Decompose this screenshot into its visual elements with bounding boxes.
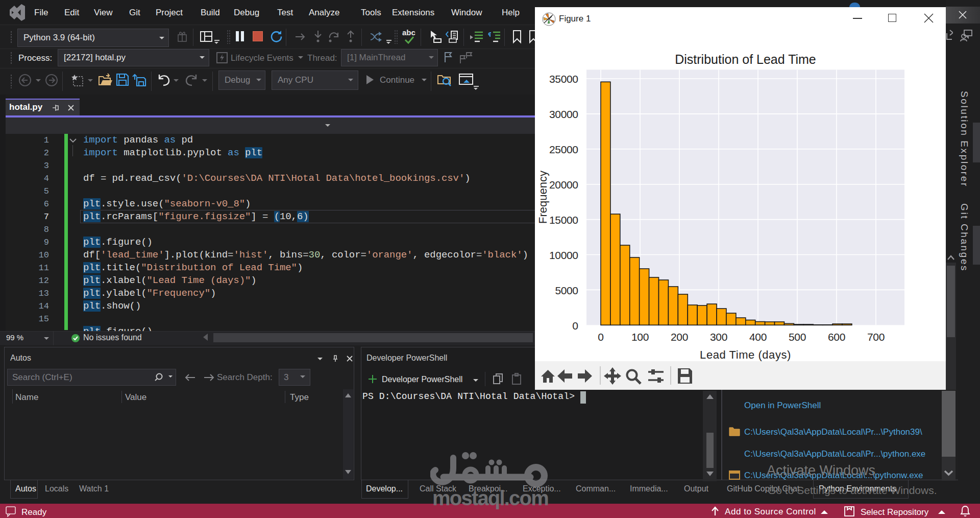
svg-text:200: 200: [671, 331, 688, 343]
svg-text:500: 500: [789, 331, 806, 343]
svg-text:15000: 15000: [549, 214, 578, 226]
svg-text:10000: 10000: [549, 249, 578, 261]
svg-text:35000: 35000: [549, 73, 578, 85]
svg-text:Frequency: Frequency: [536, 171, 549, 224]
svg-text:700: 700: [867, 331, 885, 343]
svg-text:0: 0: [572, 320, 578, 332]
svg-text:0: 0: [598, 331, 603, 343]
svg-text:100: 100: [631, 331, 649, 343]
svg-text:20000: 20000: [549, 179, 578, 191]
svg-text:25000: 25000: [549, 144, 578, 155]
svg-text:30000: 30000: [549, 108, 578, 120]
svg-text:Lead Time (days): Lead Time (days): [700, 348, 791, 361]
svg-text:600: 600: [828, 331, 845, 343]
svg-text:5000: 5000: [555, 285, 578, 296]
svg-text:400: 400: [749, 331, 767, 343]
svg-text:Distribution of Lead Time: Distribution of Lead Time: [675, 52, 816, 66]
svg-text:300: 300: [710, 331, 727, 343]
